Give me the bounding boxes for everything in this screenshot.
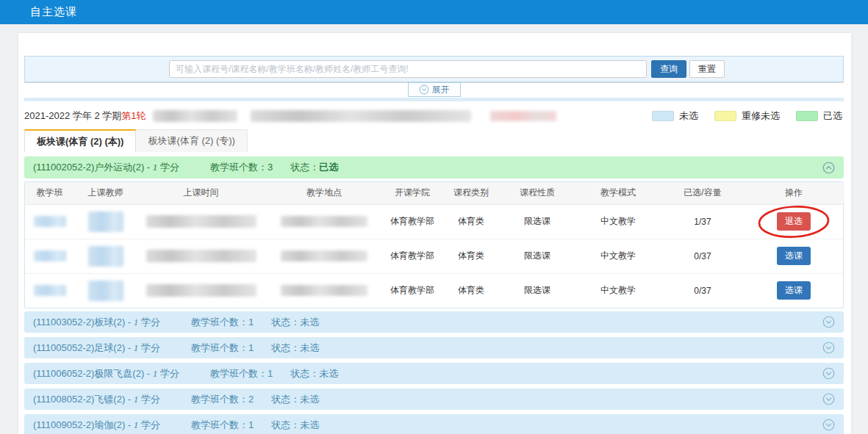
legend-swatch-selected: [796, 111, 818, 121]
col-teacher: 上课教师: [74, 182, 137, 204]
tab-sport-special[interactable]: 板块课(体育 (2) (专)): [136, 129, 247, 152]
course-status: 状态：未选: [271, 316, 319, 329]
category-cell: 体育类: [442, 273, 501, 308]
table-row: 体育教学部 体育类 限选课 中文教学 1/37 退选: [25, 204, 844, 239]
course-panel-collapsed[interactable]: (111009052-2)瑜伽(2) - 1 学分 教学班个数：1 状态：未选: [24, 414, 844, 434]
table-row: 体育教学部 体育类 限选课 中文教学 0/37 选课: [25, 239, 844, 273]
course-status: 状态：未选: [271, 419, 319, 432]
redacted-block: [34, 250, 66, 261]
table-header-row: 教学班 上课教师 上课时间 教学地点 开课学院 课程类别 课程性质 教学模式 已…: [25, 182, 844, 204]
redacted-block: [34, 216, 66, 227]
capacity-cell: 0/37: [662, 239, 743, 273]
capacity-cell: 0/37: [662, 273, 743, 308]
semester-label: 2021-2022 学年 2 学期: [24, 109, 121, 123]
mode-cell: 中文教学: [574, 204, 662, 239]
app-header: 自主选课: [0, 0, 868, 24]
col-capacity: 已选/容量: [662, 182, 743, 204]
redacted-block: [88, 281, 123, 301]
class-count: 教学班个数：1: [191, 341, 254, 355]
legend: 未选 重修未选 已选: [652, 109, 844, 123]
class-count: 教学班个数：2: [191, 393, 254, 406]
expander-row: 展开: [24, 82, 844, 98]
col-time: 上课时间: [137, 182, 265, 204]
redacted-block: [153, 110, 237, 122]
capacity-cell: 1/37: [662, 204, 743, 239]
select-course-button[interactable]: 选课: [777, 247, 811, 265]
class-count: 教学班个数：1: [191, 316, 254, 329]
chevron-down-circle-icon: [822, 341, 835, 354]
course-title: (111006052-2)极限飞盘(2) - 1 学分: [33, 367, 179, 380]
legend-label-unselected: 未选: [679, 109, 698, 123]
chevron-down-circle-icon: [822, 393, 835, 405]
chevron-up-circle-icon: [822, 162, 835, 174]
college-cell: 体育教学部: [383, 204, 442, 239]
drop-course-button[interactable]: 退选: [777, 212, 811, 231]
redacted-block: [146, 284, 257, 297]
class-count: 教学班个数：1: [210, 367, 273, 380]
page-title: 自主选课: [0, 5, 77, 19]
redacted-block: [88, 246, 123, 267]
divider-strip: [24, 98, 844, 101]
legend-label-selected: 已选: [823, 109, 842, 123]
course-title: (111005052-2)足球(2) - 1 学分: [33, 341, 160, 355]
category-cell: 体育类: [442, 239, 501, 273]
course-panel-collapsed[interactable]: (111008052-2)飞镖(2) - 1 学分 教学班个数：2 状态：未选: [24, 388, 844, 410]
college-cell: 体育教学部: [383, 239, 442, 273]
course-panel-collapsed[interactable]: (111006052-2)极限飞盘(2) - 1 学分 教学班个数：1 状态：未…: [24, 363, 844, 384]
mode-cell: 中文教学: [574, 239, 662, 273]
search-panel: 查询 重置: [24, 56, 844, 82]
redacted-block: [146, 250, 257, 262]
course-title: (111003052-2)板球(2) - 1 学分: [33, 316, 160, 329]
select-course-button[interactable]: 选课: [777, 281, 811, 300]
mode-cell: 中文教学: [574, 273, 662, 308]
class-count: 教学班个数：1: [191, 419, 254, 432]
course-status: 状态：未选: [271, 341, 319, 355]
redacted-block: [490, 111, 556, 121]
redacted-block: [34, 285, 66, 296]
table-row: 体育教学部 体育类 限选课 中文教学 0/37 选课: [25, 273, 844, 308]
course-status: 状态：已选: [290, 161, 338, 174]
redacted-block: [281, 216, 367, 227]
chevron-down-circle-icon: [822, 419, 835, 431]
course-title: (111002052-2)户外运动(2) - 1 学分: [33, 161, 179, 174]
col-nature: 课程性质: [501, 182, 574, 204]
category-cell: 体育类: [442, 204, 501, 239]
tab-sport-undergrad[interactable]: 板块课(体育 (2) (本)): [24, 129, 136, 152]
col-action: 操作: [743, 182, 844, 204]
course-panel-expanded[interactable]: (111002052-2)户外运动(2) - 1 学分 教学班个数：3 状态：已…: [24, 156, 844, 178]
course-status: 状态：未选: [271, 393, 319, 406]
redacted-block: [251, 110, 471, 122]
col-mode: 教学模式: [574, 182, 662, 204]
course-panel-collapsed[interactable]: (111003052-2)板球(2) - 1 学分 教学班个数：1 状态：未选: [24, 311, 844, 333]
redacted-block: [281, 250, 367, 261]
redacted-block: [146, 215, 257, 228]
semester-row: 2021-2022 学年 2 学期第1轮 未选 重修未选 已选: [24, 106, 844, 126]
col-class: 教学班: [25, 182, 74, 204]
nature-cell: 限选课: [501, 239, 574, 273]
class-table: 教学班 上课教师 上课时间 教学地点 开课学院 课程类别 课程性质 教学模式 已…: [24, 181, 844, 308]
legend-swatch-retake: [714, 111, 736, 121]
course-status: 状态：未选: [290, 367, 338, 380]
col-category: 课程类别: [442, 182, 501, 204]
legend-label-retake: 重修未选: [742, 109, 780, 123]
search-input[interactable]: [169, 60, 647, 78]
semester-round-label: 第1轮: [121, 109, 146, 123]
reset-button[interactable]: 重置: [689, 60, 725, 78]
course-panel-collapsed[interactable]: (111005052-2)足球(2) - 1 学分 教学班个数：1 状态：未选: [24, 337, 844, 358]
redacted-block: [88, 211, 123, 232]
expand-toggle[interactable]: 展开: [408, 82, 461, 97]
content-card: 查询 重置 展开 2021-2022 学年 2 学期第1轮 未选 重修未选 已选…: [18, 33, 851, 434]
redacted-block: [281, 285, 367, 296]
col-place: 教学地点: [265, 182, 383, 204]
query-button[interactable]: 查询: [651, 60, 686, 78]
chevron-down-circle-icon: [822, 316, 835, 328]
course-tabs: 板块课(体育 (2) (本)) 板块课(体育 (2) (专)): [24, 129, 248, 152]
course-title: (111008052-2)飞镖(2) - 1 学分: [33, 393, 160, 406]
nature-cell: 限选课: [501, 204, 574, 239]
nature-cell: 限选课: [501, 273, 574, 308]
chevron-down-circle-icon: [419, 84, 429, 95]
class-count: 教学班个数：3: [210, 161, 273, 174]
college-cell: 体育教学部: [383, 273, 442, 308]
legend-swatch-unselected: [652, 111, 674, 121]
expand-label: 展开: [432, 84, 450, 96]
